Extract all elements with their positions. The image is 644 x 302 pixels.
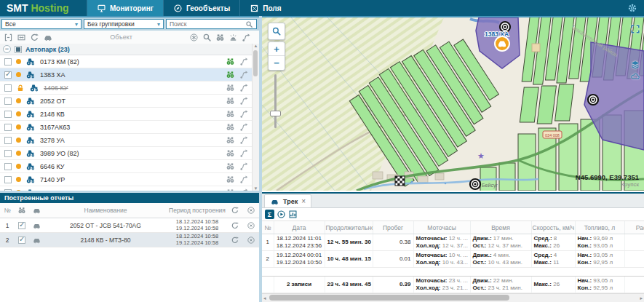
refresh-icon[interactable] xyxy=(30,33,39,42)
vehicle-row[interactable]: 1406 КУ xyxy=(0,82,259,95)
follow-icon[interactable] xyxy=(202,33,212,42)
scrollbar-thumb[interactable] xyxy=(253,50,258,76)
binoculars-icon[interactable] xyxy=(215,33,225,42)
report-row[interactable]: 1 2052 ОТ - JCB 541-70AG 18.12.2024 10:5… xyxy=(0,218,259,233)
binoculars-icon[interactable] xyxy=(226,70,235,79)
vehicle-checkbox[interactable] xyxy=(4,124,12,131)
search-input[interactable] xyxy=(170,20,245,28)
scroll-right-arrow[interactable]: ▸ xyxy=(640,294,643,302)
col-speed[interactable]: Скорость, км/ч xyxy=(531,221,575,234)
alert-icon[interactable] xyxy=(228,33,238,42)
binoculars-icon[interactable] xyxy=(226,109,235,119)
checkered-flag-marker[interactable] xyxy=(395,176,405,186)
zoom-out-button[interactable]: − xyxy=(269,56,285,70)
binoculars-icon[interactable] xyxy=(226,135,235,145)
close-all-icon[interactable] xyxy=(243,206,259,215)
vehicle-checkbox[interactable] xyxy=(4,137,12,144)
tab-monitoring[interactable]: Мониторинг xyxy=(87,0,163,16)
show-all-icon[interactable] xyxy=(189,33,199,42)
vehicle-checkbox[interactable] xyxy=(4,111,12,118)
vehicle-row[interactable]: 2148 КВ xyxy=(0,108,259,121)
chart-button[interactable] xyxy=(288,210,298,219)
vehicle-checkbox[interactable] xyxy=(4,163,12,170)
sum-button[interactable]: Σ xyxy=(265,210,274,219)
close-tab-icon[interactable]: × xyxy=(301,197,306,205)
vertical-splitter[interactable] xyxy=(259,16,262,302)
vehicle-row[interactable]: 0173 КМ (82) xyxy=(0,55,259,68)
scope-select[interactable]: Все▾ xyxy=(1,19,82,29)
fit-columns-icon[interactable] xyxy=(4,33,13,42)
tab-track[interactable]: Трек × xyxy=(264,194,311,207)
col-time[interactable]: Время xyxy=(470,221,531,234)
track-row[interactable]: 2 19.12.2024 00:0119.12.2024 10:50 10 ч.… xyxy=(262,251,644,268)
vehicle-icon[interactable] xyxy=(43,33,53,42)
grouping-select[interactable]: Без группировки▾ xyxy=(84,19,164,29)
vehicle-row[interactable]: 3278 УА xyxy=(0,134,259,147)
binoculars-icon[interactable] xyxy=(226,96,235,106)
report-checkbox[interactable] xyxy=(18,237,25,244)
binoculars-icon[interactable] xyxy=(226,57,235,66)
route-icon[interactable] xyxy=(239,135,249,145)
route-icon[interactable] xyxy=(239,162,249,171)
vehicle-row[interactable]: 2052 ОТ xyxy=(0,95,259,108)
expand-icon[interactable] xyxy=(17,33,26,42)
zoom-slider-handle[interactable] xyxy=(270,111,281,116)
route-icon[interactable] xyxy=(239,148,249,158)
vehicle-row[interactable]: 1383 ХА xyxy=(0,68,259,82)
vehicle-row[interactable]: 3989 УО (82) xyxy=(0,147,259,160)
vehicle-marker[interactable] xyxy=(495,36,509,51)
zoom-in-button[interactable]: + xyxy=(269,42,285,56)
scrollbar-thumb[interactable] xyxy=(269,295,509,301)
route-icon[interactable] xyxy=(239,122,249,132)
tab-fields[interactable]: Поля xyxy=(239,0,290,16)
binoculars-icon[interactable] xyxy=(226,122,235,132)
layers-button[interactable] xyxy=(630,60,640,70)
settings-button[interactable] xyxy=(627,3,637,13)
track-row[interactable]: 1 18.12.2024 11:0118.12.2024 23:56 12 ч.… xyxy=(262,234,644,251)
map-search-button[interactable] xyxy=(268,23,285,40)
fullscreen-button[interactable] xyxy=(630,24,640,34)
scroll-up-arrow[interactable]: ▲ xyxy=(253,44,259,48)
col-duration[interactable]: Продолжительно... xyxy=(325,221,373,234)
track-icon[interactable] xyxy=(242,33,251,42)
delete-report-button[interactable] xyxy=(243,236,259,245)
group-checkbox[interactable] xyxy=(15,46,22,53)
rebuild-report-button[interactable] xyxy=(227,221,243,230)
replay-button[interactable] xyxy=(277,210,286,219)
weather-button[interactable] xyxy=(630,71,640,81)
target-marker[interactable] xyxy=(470,179,480,189)
vehicle-row[interactable]: 7140 УР xyxy=(0,173,259,186)
report-row[interactable]: 2 2148 КВ - МТЗ-80 18.12.2024 10:5819.12… xyxy=(0,233,259,247)
zoom-slider[interactable] xyxy=(274,74,277,128)
route-icon[interactable] xyxy=(239,57,249,66)
vertical-scrollbar[interactable]: ▲ ▼ xyxy=(252,44,259,191)
binoculars-icon[interactable] xyxy=(226,175,235,184)
vehicle-checkbox[interactable] xyxy=(4,58,12,65)
delete-report-button[interactable] xyxy=(243,221,259,230)
target-marker[interactable] xyxy=(588,95,598,105)
search-icon[interactable] xyxy=(245,20,253,28)
route-icon[interactable] xyxy=(239,109,249,119)
col-date[interactable]: Дата xyxy=(274,221,325,234)
group-header-autopark[interactable]: − Автопарк (23) xyxy=(0,44,259,55)
horizontal-scrollbar[interactable]: ◂ ▸ xyxy=(262,293,644,302)
binoculars-icon[interactable] xyxy=(226,83,235,92)
report-checkbox[interactable] xyxy=(18,222,25,229)
rebuild-report-button[interactable] xyxy=(227,236,243,245)
vehicle-checkbox[interactable] xyxy=(4,98,12,105)
collapse-icon[interactable]: − xyxy=(3,45,11,53)
vehicle-checkbox[interactable] xyxy=(4,84,12,92)
route-icon[interactable] xyxy=(239,70,249,79)
refresh-icon[interactable] xyxy=(227,206,243,215)
col-consumption[interactable]: Расход, xyxy=(624,221,644,234)
route-icon[interactable] xyxy=(239,175,249,184)
route-icon[interactable] xyxy=(239,96,249,106)
col-engine-hours[interactable]: Моточасы xyxy=(413,221,470,234)
vehicle-checkbox[interactable] xyxy=(4,150,12,157)
binoculars-icon[interactable] xyxy=(226,148,235,158)
col-fuel[interactable]: Топливо, л xyxy=(575,221,624,234)
scroll-left-arrow[interactable]: ◂ xyxy=(263,294,266,302)
binoculars-icon[interactable] xyxy=(226,162,235,171)
horizontal-splitter[interactable] xyxy=(0,191,259,193)
tab-geoobjects[interactable]: Геообъекты xyxy=(163,0,239,16)
